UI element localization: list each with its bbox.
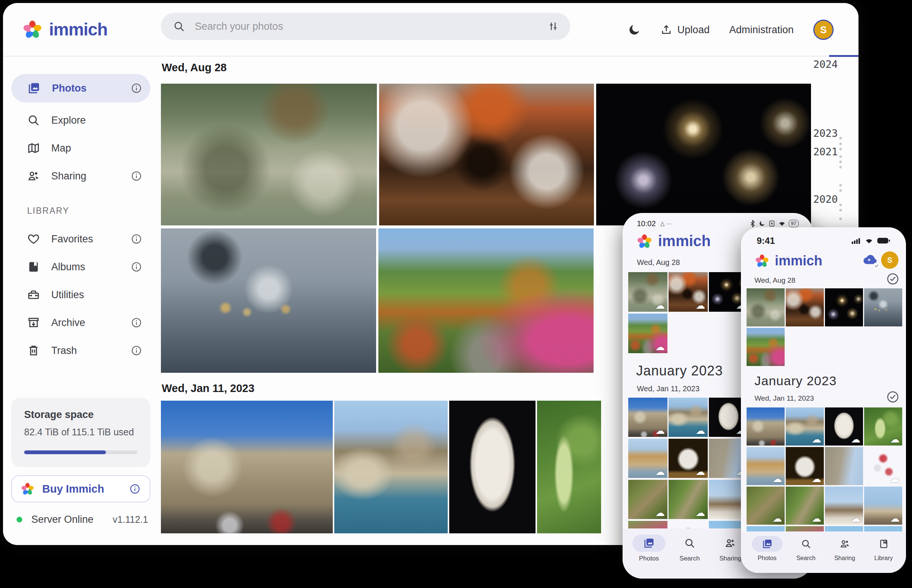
nav-photos[interactable]: Photos xyxy=(629,528,669,578)
cloud-backup-icon: ☁ xyxy=(812,514,821,523)
info-icon[interactable] xyxy=(131,233,142,245)
ios-status-bar: 9:41 xyxy=(741,236,906,246)
status-notification-icons: △ ··· xyxy=(660,220,672,227)
photo-dinner-table[interactable] xyxy=(379,84,594,225)
cloud-backup-icon: ☁ xyxy=(851,435,860,444)
nav-sharing[interactable]: Sharing xyxy=(825,531,864,573)
thumb-marble-bust[interactable]: ☁ xyxy=(825,407,863,446)
user-avatar[interactable]: S xyxy=(881,251,898,269)
sidebar-item-photos[interactable]: Photos xyxy=(11,74,150,103)
timeline-scrubber-indicator[interactable] xyxy=(829,55,859,57)
status-time: 9:41 xyxy=(757,236,775,246)
timeline-year[interactable]: 2021 xyxy=(811,146,838,158)
info-icon[interactable] xyxy=(129,483,140,494)
photo-fortress-walls[interactable] xyxy=(161,401,333,533)
cloud-backup-icon: ☁ xyxy=(812,435,821,444)
logo-wordmark: immich xyxy=(49,19,107,40)
thumb-lizard[interactable]: ☁ xyxy=(628,480,667,519)
photo-fireworks[interactable] xyxy=(596,84,811,225)
thumb-autumn-path[interactable]: ☁ xyxy=(628,313,667,353)
thumb-lizard[interactable]: ☁ xyxy=(747,486,784,525)
photo-autumn-path[interactable] xyxy=(378,228,594,373)
thumb-lizard-moss[interactable]: ☁ xyxy=(668,480,708,519)
info-icon[interactable] xyxy=(131,261,142,273)
cloud-backup-icon: ☁ xyxy=(655,426,665,435)
sidebar-item-label: Albums xyxy=(51,261,131,273)
thumb-white-sculpture[interactable]: ☁ xyxy=(786,447,824,485)
info-icon[interactable] xyxy=(131,170,142,182)
sidebar-item-albums[interactable]: Albums xyxy=(11,253,150,281)
info-icon[interactable] xyxy=(131,345,142,356)
search-input[interactable]: Search your photos xyxy=(161,13,570,40)
sidebar: Photos Explore Map Sharing LIBRARY Favor… xyxy=(3,57,160,545)
thumb-white-sculpture[interactable]: ☁ xyxy=(668,439,708,478)
thumb-castle-ruins[interactable] xyxy=(825,447,863,485)
thumb-beach-cliff[interactable]: ☁ xyxy=(747,447,784,485)
cloud-backup-icon: ☁ xyxy=(773,474,782,484)
photo-coastal-town[interactable] xyxy=(334,401,448,533)
sidebar-item-map[interactable]: Map xyxy=(11,134,150,162)
sidebar-item-trash[interactable]: Trash xyxy=(11,337,150,365)
nav-library[interactable]: Library xyxy=(864,531,903,573)
server-online-dot xyxy=(16,517,22,522)
buy-immich-button[interactable]: Buy Immich xyxy=(11,475,150,502)
timeline-year[interactable]: 2023 xyxy=(811,128,838,139)
timeline-dot xyxy=(839,166,842,168)
thumb-monkeys-zoo[interactable] xyxy=(747,288,784,326)
sidebar-item-explore[interactable]: Explore xyxy=(11,106,150,134)
administration-link[interactable]: Administration xyxy=(729,24,794,36)
upload-label: Upload xyxy=(677,24,710,36)
thumb-fireworks[interactable] xyxy=(825,288,863,326)
thumb-dinner-table[interactable] xyxy=(786,288,824,326)
thumb-fortress-walls[interactable] xyxy=(747,407,784,446)
sidebar-item-label: Favorites xyxy=(51,233,131,245)
thumb-coastal-town[interactable]: ☁ xyxy=(786,407,824,446)
thumb-beach-cliff[interactable]: ☁ xyxy=(628,439,667,478)
archive-icon xyxy=(27,316,40,329)
thumb-holding-hands[interactable] xyxy=(864,288,902,326)
timeline-year[interactable]: 2024 xyxy=(811,58,838,70)
thumb-autumn-path[interactable] xyxy=(747,328,784,366)
cloud-backup-icon: ☁ xyxy=(696,301,705,310)
sidebar-item-sharing[interactable]: Sharing xyxy=(11,162,150,190)
photo-green-berries[interactable] xyxy=(537,401,601,533)
info-icon[interactable] xyxy=(131,82,142,94)
user-avatar[interactable]: S xyxy=(813,19,834,40)
nav-search[interactable]: Search xyxy=(669,528,710,578)
upload-button[interactable]: Upload xyxy=(661,24,710,36)
thumb-decorated-tree[interactable]: ☁ xyxy=(864,447,902,485)
bottom-nav-bar: Photos Search Sharing Library xyxy=(741,531,906,573)
timeline-year[interactable]: 2020 xyxy=(811,193,838,205)
cloud-sync-icon[interactable] xyxy=(861,253,878,268)
select-group-check-icon[interactable] xyxy=(886,391,899,403)
sidebar-item-favorites[interactable]: Favorites xyxy=(11,225,150,253)
thumb-fortress-walls[interactable]: ☁ xyxy=(628,397,667,437)
thumb-snowy-church[interactable]: ☁ xyxy=(825,486,863,525)
photo-monkeys-zoo[interactable] xyxy=(161,84,377,225)
immich-logo[interactable]: immich xyxy=(22,19,107,40)
info-icon[interactable] xyxy=(131,317,142,328)
dark-mode-moon-icon[interactable] xyxy=(628,23,641,37)
thumb-lizard-moss[interactable]: ☁ xyxy=(786,486,824,525)
sidebar-item-utilities[interactable]: Utilities xyxy=(11,281,150,309)
storage-space-card: Storage space 82.4 TiB of 115.1 TiB used xyxy=(11,397,150,467)
sidebar-item-label: Utilities xyxy=(51,289,142,301)
buy-immich-label: Buy Immich xyxy=(42,483,122,495)
nav-photos[interactable]: Photos xyxy=(748,531,786,573)
photo-marble-bust[interactable] xyxy=(449,401,536,533)
nav-search[interactable]: Search xyxy=(786,531,825,573)
select-group-check-icon[interactable] xyxy=(886,273,899,285)
photo-holding-hands[interactable] xyxy=(161,228,376,373)
server-status-text: Server Online xyxy=(31,514,113,525)
date-group-header: Wed, Jan 11, 2023 xyxy=(754,394,814,402)
thumb-dinner-table[interactable]: ☁ xyxy=(668,272,708,312)
sidebar-item-archive[interactable]: Archive xyxy=(11,309,150,337)
thumb-green-berries[interactable]: ☁ xyxy=(864,407,902,446)
timeline-dot xyxy=(839,184,842,187)
thumb-coastal-town[interactable]: ☁ xyxy=(668,397,708,437)
thumb-snowy-house[interactable]: ☁ xyxy=(864,486,902,525)
search-filter-icon[interactable] xyxy=(547,21,559,32)
thumb-monkeys-zoo[interactable]: ☁ xyxy=(628,272,667,312)
photos-icon xyxy=(762,538,773,549)
sidebar-item-label: Archive xyxy=(51,317,131,329)
